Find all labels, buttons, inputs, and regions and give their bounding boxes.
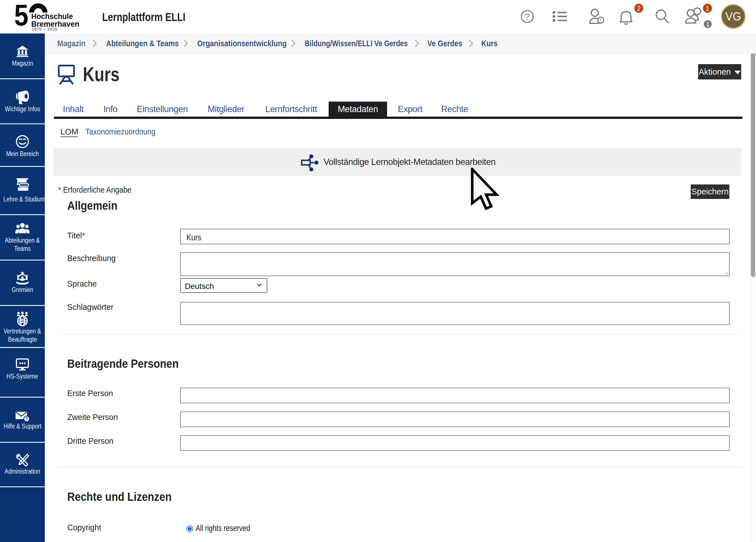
svg-text:5: 5 bbox=[14, 2, 28, 32]
svg-text:!: ! bbox=[600, 18, 602, 23]
svg-text:VG: VG bbox=[725, 9, 741, 23]
svg-text:2: 2 bbox=[637, 5, 641, 12]
svg-text:1: 1 bbox=[706, 21, 709, 28]
svg-text:?: ? bbox=[25, 417, 28, 421]
svg-text:1975 – 2025: 1975 – 2025 bbox=[31, 27, 58, 31]
svg-text:?: ? bbox=[525, 12, 530, 22]
svg-text:1: 1 bbox=[705, 5, 709, 12]
